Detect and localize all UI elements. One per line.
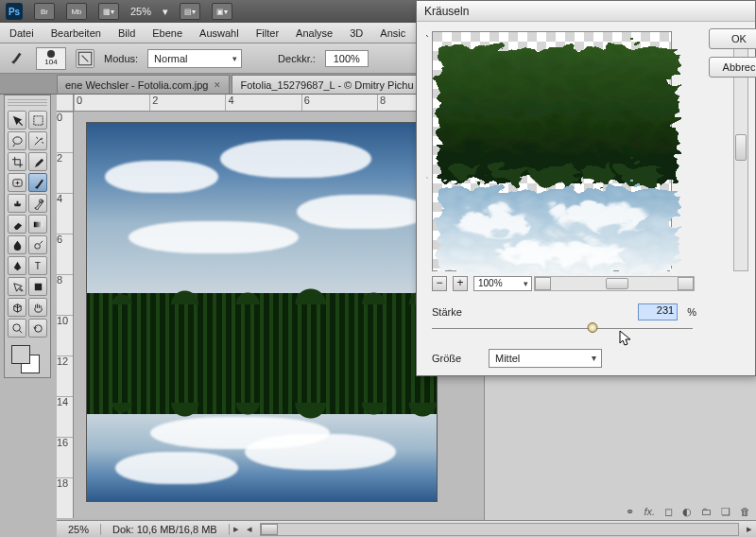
hand-tool[interactable]	[28, 298, 47, 317]
mask-icon[interactable]: ◻	[664, 506, 673, 518]
scroll-right-icon[interactable]: ▸	[743, 523, 756, 535]
size-label: Größe	[432, 353, 479, 364]
preview-zoom-in-button[interactable]: +	[453, 276, 468, 291]
appbar-zoom[interactable]: 25%	[130, 6, 151, 17]
scroll-left-icon[interactable]: ◂	[243, 523, 256, 535]
path-select-tool[interactable]	[8, 277, 26, 296]
fx-icon[interactable]: fx.	[644, 506, 655, 518]
screen-mode-button[interactable]: ▣▾	[212, 3, 232, 20]
eraser-tool[interactable]	[8, 215, 26, 234]
panel-dock: ⚭ fx. ◻ ◐ 🗀 ❏ 🗑	[484, 372, 756, 520]
canvas-image	[87, 293, 437, 361]
menu-filter[interactable]: Filter	[256, 27, 279, 39]
svg-point-8	[12, 323, 19, 330]
layers-panel-buttons: ⚭ fx. ◻ ◐ 🗀 ❏ 🗑	[626, 506, 750, 518]
document-tab[interactable]: ene Wechsler - Fotolia.com.jpg✕	[57, 75, 230, 94]
scrollbar-thumb[interactable]	[735, 134, 747, 161]
arrange-docs-button[interactable]: ▤▾	[180, 3, 200, 20]
preview-horizontal-scrollbar[interactable]	[534, 276, 695, 291]
ok-button[interactable]: OK	[709, 28, 756, 49]
lasso-tool[interactable]	[8, 131, 26, 150]
3d-tool[interactable]	[8, 298, 26, 317]
slider-thumb[interactable]	[587, 322, 597, 333]
amount-input[interactable]: 231	[638, 303, 678, 320]
close-icon[interactable]: ✕	[214, 80, 221, 90]
menu-ebene[interactable]: Ebene	[152, 27, 182, 39]
menu-datei[interactable]: Datei	[9, 27, 34, 39]
folder-icon[interactable]: 🗀	[701, 506, 712, 518]
preview-zoom-out-button[interactable]: −	[432, 276, 447, 291]
horizontal-scrollbar[interactable]	[260, 523, 739, 536]
brush-preset-picker[interactable]: 104	[36, 47, 66, 70]
gradient-tool[interactable]	[28, 215, 47, 234]
trash-icon[interactable]: 🗑	[740, 506, 750, 518]
brush-tool[interactable]	[28, 173, 47, 192]
view-extras-button[interactable]: ▦▾	[98, 3, 119, 20]
color-swatches[interactable]	[8, 343, 47, 373]
blend-mode-select[interactable]: Normal	[147, 49, 242, 68]
status-zoom[interactable]: 25%	[57, 524, 101, 535]
rotate-view-tool[interactable]	[28, 319, 47, 338]
status-bar: 25% Dok: 10,6 MB/16,8 MB ▸ ◂ ▸	[57, 520, 756, 537]
magic-wand-tool[interactable]	[28, 131, 47, 150]
opacity-label: Deckkr.:	[278, 53, 316, 64]
menu-3d[interactable]: 3D	[350, 27, 363, 39]
foreground-swatch[interactable]	[11, 345, 30, 364]
bridge-button[interactable]: Br	[34, 3, 55, 20]
type-tool[interactable]: T	[28, 256, 47, 275]
current-tool-icon[interactable]	[8, 49, 26, 68]
app-logo: Ps	[6, 3, 23, 20]
scrollbar-thumb[interactable]	[261, 524, 278, 535]
pen-tool[interactable]	[8, 256, 26, 275]
svg-rect-1	[33, 115, 42, 124]
brush-panel-toggle[interactable]	[76, 49, 94, 68]
panel-grip[interactable]	[8, 99, 47, 107]
menu-bearbeiten[interactable]: Bearbeiten	[51, 27, 101, 39]
status-docsize[interactable]: Dok: 10,6 MB/16,8 MB	[101, 524, 230, 535]
status-menu-icon[interactable]: ▸	[230, 523, 243, 535]
history-brush-tool[interactable]	[28, 194, 47, 213]
zoom-tool[interactable]	[8, 319, 26, 338]
adjustment-icon[interactable]: ◐	[682, 506, 692, 518]
minibridge-button[interactable]: Mb	[66, 3, 87, 20]
toolbox: T	[4, 95, 51, 378]
shape-tool[interactable]	[28, 277, 47, 296]
svg-rect-4	[33, 221, 42, 227]
dialog-title[interactable]: Kräuseln	[417, 1, 755, 22]
scrollbar-thumb[interactable]	[606, 278, 628, 289]
blur-tool[interactable]	[8, 235, 26, 254]
move-tool[interactable]	[8, 111, 26, 130]
marquee-tool[interactable]	[28, 111, 47, 130]
vertical-ruler[interactable]: 024681012141618	[57, 112, 74, 518]
menu-ansicht[interactable]: Ansic	[380, 27, 405, 39]
size-select[interactable]: Mittel	[489, 349, 602, 368]
ruler-origin[interactable]	[57, 95, 74, 112]
eyedropper-tool[interactable]	[28, 152, 47, 171]
new-layer-icon[interactable]: ❏	[721, 506, 730, 518]
ripple-dialog: Kräuseln − + 100% Stärke 231 % Größe Mit…	[416, 0, 756, 376]
canvas[interactable]	[87, 123, 437, 501]
amount-slider[interactable]	[432, 322, 693, 334]
menu-auswahl[interactable]: Auswahl	[199, 27, 239, 39]
link-icon[interactable]: ⚭	[626, 506, 634, 518]
clone-stamp-tool[interactable]	[8, 194, 26, 213]
crop-tool[interactable]	[8, 152, 26, 171]
opacity-input[interactable]: 100%	[325, 50, 369, 67]
document-tab[interactable]: Fotolia_15279687_L - © Dmitry Pichu✕	[232, 75, 430, 94]
cancel-button[interactable]: Abbrec	[709, 57, 756, 78]
svg-text:T: T	[34, 261, 40, 271]
menu-analyse[interactable]: Analyse	[296, 27, 333, 39]
svg-point-5	[34, 243, 40, 249]
preview-zoom-select[interactable]: 100%	[473, 276, 532, 291]
svg-rect-7	[34, 283, 41, 289]
amount-label: Stärke	[432, 306, 479, 318]
percent-label: %	[687, 306, 696, 318]
dodge-tool[interactable]	[28, 235, 47, 254]
canvas-image	[87, 361, 437, 501]
healing-brush-tool[interactable]	[8, 173, 26, 192]
filter-preview[interactable]	[432, 31, 672, 271]
menu-bild[interactable]: Bild	[118, 27, 135, 39]
canvas-image	[87, 123, 437, 293]
modus-label: Modus:	[104, 53, 138, 64]
